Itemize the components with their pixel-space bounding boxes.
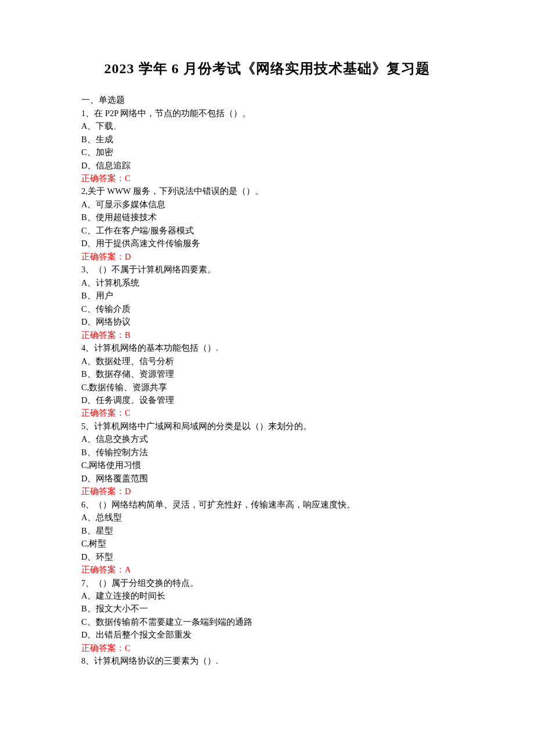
option: A、下载 — [81, 120, 453, 132]
option: B、传输控制方法 — [81, 446, 453, 459]
option: B、星型 — [81, 524, 453, 537]
correct-answer: 正确答案：D — [81, 250, 453, 263]
option: D、网络协议 — [81, 315, 453, 328]
page-title: 2023 学年 6 月份考试《网络实用技术基础》复习题 — [81, 58, 453, 80]
dot-icon — [114, 127, 117, 129]
option: A、可显示多媒体信息 — [81, 198, 453, 211]
option: B、数据存储、资源管理 — [81, 368, 453, 380]
option: C、加密 — [81, 146, 453, 159]
option: D、出错后整个报文全部重发 — [81, 628, 453, 641]
option: C,树型 — [81, 537, 453, 550]
option: A、数据处理、信号分析 — [81, 355, 453, 368]
option: A、计算机系统 — [81, 276, 453, 289]
option: B、生成 — [81, 133, 453, 146]
option: C,数据传输、资源共享 — [81, 381, 453, 394]
option: C、数据传输前不需要建立一条端到端的通路 — [81, 615, 453, 628]
question-stem: 2,关于 WWW 服务，下列说法中错误的是（）。 — [81, 185, 453, 197]
question-stem: 7、（）属于分组交换的特点。 — [81, 577, 453, 589]
correct-answer: 正确答案：C — [81, 406, 453, 419]
correct-answer: 正确答案：B — [81, 329, 453, 341]
section-heading: 一、单选题 — [81, 93, 453, 106]
question-stem: 1、在 P2P 网络中，节点的功能不包括（）。 — [81, 107, 453, 120]
option: B、使用超链接技术 — [81, 211, 453, 224]
question-stem: 3、（）不属于计算机网络四要素。 — [81, 263, 453, 276]
option: D、任务调度、设备管理 — [81, 394, 453, 406]
option: D、网络覆盖范围 — [81, 472, 453, 485]
correct-answer: 正确答案：C — [81, 642, 453, 654]
option: D、用于提供高速文件传输服务 — [81, 237, 453, 250]
option: C、传输介质 — [81, 303, 453, 315]
option: D、环型 — [81, 550, 453, 563]
correct-answer: 正确答案：D — [81, 485, 453, 498]
option: D、信息追踪 — [81, 159, 453, 172]
correct-answer: 正确答案：C — [81, 172, 453, 185]
option: B、用户 — [81, 289, 453, 302]
option: A、建立连接的时间长 — [81, 589, 453, 602]
option: B、报文大小不一 — [81, 602, 453, 615]
question-stem: 4、计算机网络的基本功能包括（）. — [81, 341, 453, 354]
question-stem: 6、（）网络结构简单、灵活，可扩充性好，传输速率高，响应速度快。 — [81, 498, 453, 511]
option: C,网络使用习惯 — [81, 459, 453, 471]
correct-answer: 正确答案：A — [81, 563, 453, 576]
option: C、工作在客户端/服务器模式 — [81, 224, 453, 237]
question-stem: 5、计算机网络中广域网和局域网的分类是以（）来划分的。 — [81, 420, 453, 433]
option: A、信息交换方式 — [81, 433, 453, 445]
option: A、总线型 — [81, 511, 453, 524]
question-stem: 8、计算机网络协议的三要素为（）. — [81, 654, 453, 667]
